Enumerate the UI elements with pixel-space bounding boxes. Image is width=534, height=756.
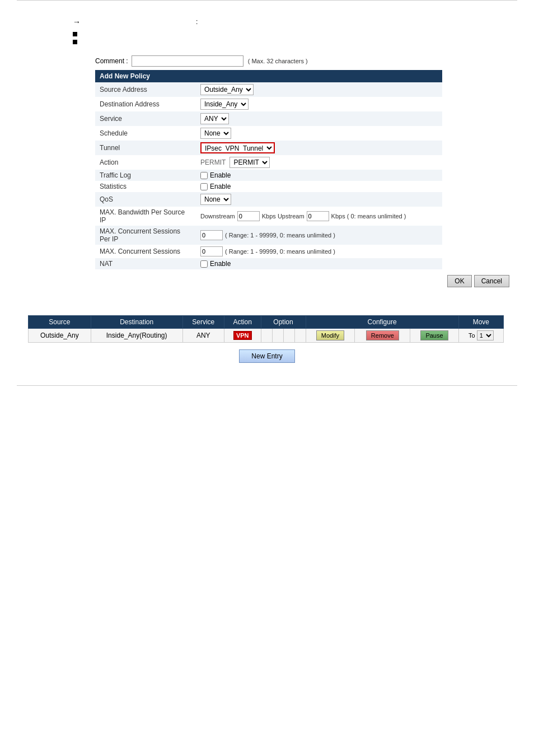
sessions-per-ip-hint: ( Range: 1 - 99999, 0: means unlimited ) — [225, 232, 335, 239]
sessions-input[interactable] — [200, 246, 223, 256]
destination-address-label: Destination Address — [95, 97, 196, 111]
modify-cell: Modify — [306, 329, 355, 343]
max-bw-cell: Downstream Kbps Upstream Kbps ( 0: means… — [196, 207, 442, 226]
statistics-label: Statistics — [95, 181, 196, 192]
remove-cell: Remove — [355, 329, 410, 343]
max-bw-row: MAX. Bandwidth Per Source IP Downstream … — [95, 207, 442, 226]
header-destination: Destination — [91, 316, 182, 329]
comment-row: Comment : ( Max. 32 characters ) — [95, 55, 506, 67]
tunnel-select[interactable]: IPsec_VPN_Tunnel — [200, 142, 275, 153]
schedule-label: Schedule — [95, 126, 196, 141]
action-select[interactable]: PERMIT — [229, 157, 270, 168]
source-address-cell: Outside_Any — [196, 82, 442, 97]
header-move: Move — [458, 316, 503, 329]
sessions-hint: ( Range: 1 - 99999, 0: means unlimited ) — [225, 248, 335, 255]
service-select[interactable]: ANY — [200, 113, 229, 124]
traffic-log-checkbox[interactable] — [200, 172, 208, 179]
new-entry-button[interactable]: New Entry — [239, 349, 295, 363]
destination-address-row: Destination Address Inside_Any — [95, 97, 442, 111]
tunnel-cell: IPsec_VPN_Tunnel — [196, 141, 442, 155]
nat-text: Enable — [210, 260, 231, 268]
option-cell-3 — [283, 329, 294, 343]
header-service: Service — [182, 316, 224, 329]
header-configure: Configure — [306, 316, 458, 329]
downstream-label: Downstream — [200, 213, 235, 220]
bottom-border — [17, 385, 517, 386]
traffic-log-text: Enable — [210, 171, 231, 179]
bullet-icon-1 — [73, 32, 77, 36]
comment-label: Comment : — [95, 57, 128, 65]
destination-address-select[interactable]: Inside_Any — [200, 99, 249, 110]
upstream-input[interactable] — [307, 211, 329, 221]
schedule-cell: None — [196, 126, 442, 141]
table-row: Outside_Any Inside_Any(Routing) ANY VPN … — [29, 329, 504, 343]
schedule-select[interactable]: None — [200, 128, 231, 139]
action-label: Action — [95, 155, 196, 170]
statistics-text: Enable — [210, 183, 231, 190]
statistics-cell: Enable — [196, 181, 442, 192]
max-bw-label: MAX. Bandwidth Per Source IP — [95, 207, 196, 226]
move-cell: To 1 — [458, 329, 503, 343]
arrow-icon: → — [73, 17, 81, 26]
service-cell: ANY — [196, 111, 442, 126]
max-sessions-per-ip-label: MAX. Concurrent Sessions Per IP — [95, 226, 196, 245]
option-cell-4 — [294, 329, 306, 343]
colon-text: : — [196, 18, 198, 26]
bullet-item-2 — [73, 39, 506, 44]
row-service: ANY — [182, 329, 224, 343]
qos-cell: None — [196, 192, 442, 207]
policy-header-cell: Add New Policy — [95, 70, 442, 82]
policy-list-table: Source Destination Service Action Option… — [28, 315, 504, 343]
sessions-per-ip-input[interactable] — [200, 230, 223, 240]
statistics-row: Statistics Enable — [95, 181, 442, 192]
qos-row: QoS None — [95, 192, 442, 207]
kbps-upstream-label: Kbps Upstream — [262, 213, 305, 220]
qos-select[interactable]: None — [200, 194, 231, 205]
option-cell-1 — [261, 329, 272, 343]
statistics-checkbox[interactable] — [200, 183, 208, 190]
nat-label: NAT — [95, 258, 196, 269]
ok-button[interactable]: OK — [447, 275, 471, 287]
action-cell: PERMIT PERMIT — [196, 155, 442, 170]
source-address-row: Source Address Outside_Any — [95, 82, 442, 97]
remove-button[interactable]: Remove — [366, 330, 399, 340]
service-label: Service — [95, 111, 196, 126]
comment-hint: ( Max. 32 characters ) — [248, 58, 308, 64]
nat-checkbox[interactable] — [200, 260, 208, 268]
cancel-button[interactable]: Cancel — [474, 275, 509, 287]
header-source: Source — [29, 316, 91, 329]
traffic-log-label: Traffic Log — [95, 170, 196, 181]
service-row: Service ANY — [95, 111, 442, 126]
nat-cell: Enable — [196, 258, 442, 269]
source-address-label: Source Address — [95, 82, 196, 97]
row-destination: Inside_Any(Routing) — [91, 329, 182, 343]
nat-row: NAT Enable — [95, 258, 442, 269]
kbps-hint: Kbps ( 0: means unlimited ) — [331, 213, 406, 220]
new-entry-wrapper: New Entry — [28, 349, 506, 363]
action-value: PERMIT — [200, 158, 226, 166]
traffic-log-cell: Enable — [196, 170, 442, 181]
max-sessions-per-ip-row: MAX. Concurrent Sessions Per IP ( Range:… — [95, 226, 442, 245]
tunnel-row: Tunnel IPsec_VPN_Tunnel — [95, 141, 442, 155]
bullet-icon-2 — [73, 40, 77, 44]
max-sessions-cell: ( Range: 1 - 99999, 0: means unlimited ) — [196, 245, 442, 258]
modify-button[interactable]: Modify — [316, 330, 344, 340]
traffic-log-row: Traffic Log Enable — [95, 170, 442, 181]
policy-form-header: Add New Policy — [95, 70, 442, 82]
source-address-select[interactable]: Outside_Any — [200, 84, 254, 95]
pause-button[interactable]: Pause — [420, 330, 448, 340]
arrow-line: → : — [73, 17, 506, 26]
header-action: Action — [224, 316, 261, 329]
comment-input[interactable] — [132, 55, 243, 67]
qos-label: QoS — [95, 192, 196, 207]
move-select[interactable]: 1 — [477, 330, 494, 340]
bullet-item-1 — [73, 31, 506, 36]
tunnel-label: Tunnel — [95, 141, 196, 155]
max-sessions-per-ip-cell: ( Range: 1 - 99999, 0: means unlimited ) — [196, 226, 442, 245]
downstream-input[interactable] — [237, 211, 260, 221]
destination-address-cell: Inside_Any — [196, 97, 442, 111]
ok-cancel-row: OK Cancel — [95, 275, 509, 287]
policy-form-table: Add New Policy Source Address Outside_An… — [95, 70, 442, 269]
schedule-row: Schedule None — [95, 126, 442, 141]
max-sessions-label: MAX. Concurrent Sessions — [95, 245, 196, 258]
